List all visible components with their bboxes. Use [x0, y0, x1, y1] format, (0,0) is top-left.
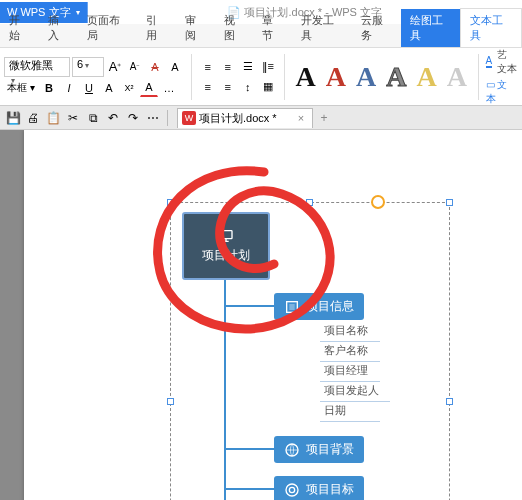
wps-doc-icon: W [182, 111, 196, 125]
goal-node-label: 项目目标 [306, 481, 354, 498]
diagram-info-node[interactable]: 项目信息 [274, 293, 364, 320]
resize-handle-w[interactable] [167, 398, 174, 405]
font-color-button[interactable]: A [140, 79, 158, 97]
svg-rect-0 [220, 231, 232, 239]
monitor-icon [218, 228, 234, 244]
divider [284, 54, 285, 100]
font-name-select[interactable]: 微软雅黑▾ [4, 57, 70, 77]
tab-layout[interactable]: 页面布局 [78, 9, 138, 47]
tab-sections[interactable]: 章节 [253, 9, 292, 47]
qa-more-button[interactable]: ⋯ [144, 109, 162, 127]
info-item-1[interactable]: 客户名称 [320, 342, 380, 362]
underline-button[interactable]: U [80, 79, 98, 97]
quick-access-bar: 💾 🖨 📋 ✂ ⧉ ↶ ↷ ⋯ W 项目计划.docx * × + [0, 106, 522, 130]
info-node-label: 项目信息 [306, 298, 354, 315]
resize-handle-n[interactable] [306, 199, 313, 206]
wordart-style-6[interactable]: A [443, 61, 471, 93]
more-font-button[interactable]: … [160, 79, 178, 97]
resize-handle-nw[interactable] [167, 199, 174, 206]
wordart-outline-button[interactable]: A艺 文本 [486, 48, 518, 76]
align-center-button[interactable]: ≡ [219, 58, 237, 76]
main-node-label: 项目计划 [202, 247, 250, 264]
shrink-font-button[interactable]: A⁻ [126, 58, 144, 76]
tab-review[interactable]: 审阅 [176, 9, 215, 47]
bg-node-label: 项目背景 [306, 441, 354, 458]
change-case-button[interactable]: A [166, 58, 184, 76]
resize-handle-e[interactable] [446, 398, 453, 405]
diagram-goal-node[interactable]: 项目目标 [274, 476, 364, 500]
text-direction-button[interactable]: ↕ [239, 78, 257, 96]
paste-button[interactable]: 📋 [44, 109, 62, 127]
info-item-4[interactable]: 日期 [320, 402, 380, 422]
wordart-style-4[interactable]: A [382, 61, 410, 93]
target-icon [284, 482, 300, 498]
cut-button[interactable]: ✂ [64, 109, 82, 127]
info-item-2[interactable]: 项目经理 [320, 362, 380, 382]
grow-font-button[interactable]: A⁺ [106, 58, 124, 76]
new-tab-button[interactable]: + [315, 109, 333, 127]
save-button[interactable]: 💾 [4, 109, 22, 127]
tab-text-tools[interactable]: 文本工具 [460, 8, 522, 47]
divider [167, 110, 168, 126]
shading-button[interactable]: ▦ [259, 78, 277, 96]
italic-button[interactable]: I [60, 79, 78, 97]
ribbon-tabs: 开始 插入 页面布局 引用 审阅 视图 章节 开发工具 云服务 绘图工具 文本工… [0, 24, 522, 48]
tab-drawing[interactable]: 绘图工具 [401, 9, 461, 47]
connector-h1 [224, 305, 274, 307]
align-left-button[interactable]: ≡ [199, 58, 217, 76]
info-item-3[interactable]: 项目发起人 [320, 382, 390, 402]
resize-handle-ne[interactable] [446, 199, 453, 206]
diagram-main-node[interactable]: 项目计划 [182, 212, 270, 280]
tab-insert[interactable]: 插入 [39, 9, 78, 47]
font-size-select[interactable]: 6▾ [72, 57, 104, 77]
bold-button[interactable]: B [40, 79, 58, 97]
print-button[interactable]: 🖨 [24, 109, 42, 127]
globe-icon [284, 442, 300, 458]
align-right-button[interactable]: ≡ [199, 78, 217, 96]
connector-h3 [224, 488, 274, 490]
strikethrough-button[interactable]: A [100, 79, 118, 97]
divider [478, 54, 479, 100]
document-tab-name: 项目计划.docx * [199, 111, 277, 126]
svg-point-3 [286, 484, 298, 496]
copy-button[interactable]: ⧉ [84, 109, 102, 127]
svg-point-4 [289, 487, 294, 492]
connector-v [224, 280, 226, 500]
redo-button[interactable]: ↷ [124, 109, 142, 127]
wordart-style-2[interactable]: A [322, 61, 350, 93]
clear-format-button[interactable]: A [146, 58, 164, 76]
divider [191, 54, 192, 100]
tab-view[interactable]: 视图 [215, 9, 254, 47]
info-item-0[interactable]: 项目名称 [320, 322, 380, 342]
text-shape-button[interactable]: ▭ 文本 [486, 78, 518, 106]
close-tab-icon[interactable]: × [298, 112, 304, 124]
wordart-style-3[interactable]: A [352, 61, 380, 93]
document-canvas[interactable]: 项目计划 项目信息 项目名称 客户名称 项目经理 项目发起人 日期 项目背景 项… [0, 130, 522, 500]
tab-developer[interactable]: 开发工具 [292, 9, 352, 47]
justify-button[interactable]: ≡ [219, 78, 237, 96]
tab-references[interactable]: 引用 [137, 9, 176, 47]
list-icon [284, 299, 300, 315]
ribbon: 微软雅黑▾ 6▾ A⁺ A⁻ A A 本框 ▾ B I U A X² A … ≡… [0, 48, 522, 106]
tab-cloud[interactable]: 云服务 [352, 9, 401, 47]
superscript-button[interactable]: X² [120, 79, 138, 97]
page: 项目计划 项目信息 项目名称 客户名称 项目经理 项目发起人 日期 项目背景 项… [24, 130, 522, 500]
connector-h2 [224, 448, 274, 450]
bullet-button[interactable]: ☰ [239, 58, 257, 76]
document-tab[interactable]: W 项目计划.docx * × [177, 108, 313, 128]
wordart-style-1[interactable]: A [291, 61, 319, 93]
wordart-style-5[interactable]: A [412, 61, 440, 93]
undo-button[interactable]: ↶ [104, 109, 122, 127]
diagram-bg-node[interactable]: 项目背景 [274, 436, 364, 463]
tab-home[interactable]: 开始 [0, 9, 39, 47]
line-spacing-button[interactable]: ‖≡ [259, 58, 277, 76]
rotate-handle[interactable] [371, 195, 385, 209]
